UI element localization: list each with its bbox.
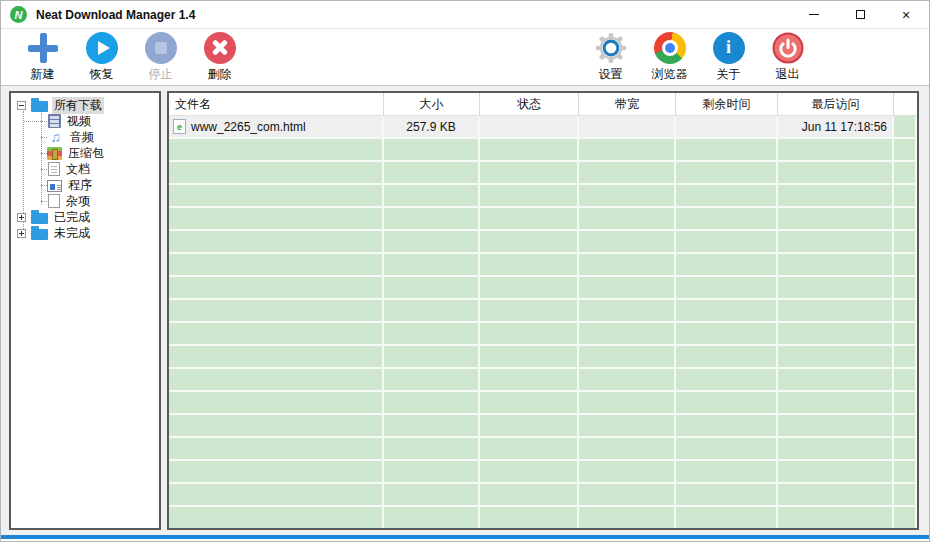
filename-text: www_2265_com.html — [191, 120, 306, 134]
delete-button[interactable]: 删除 — [190, 32, 249, 83]
sidebar-item-document[interactable]: 文档 — [11, 161, 159, 177]
empty-cell — [169, 323, 384, 346]
empty-cell — [894, 507, 917, 530]
empty-cell — [579, 415, 676, 438]
sidebar-item-incomplete[interactable]: 未完成 — [11, 225, 159, 241]
column-header-spacer — [894, 93, 917, 116]
empty-cell — [169, 254, 384, 277]
empty-cell — [384, 208, 480, 231]
html-file-icon: e — [173, 119, 186, 134]
column-header-time-left[interactable]: 剩余时间 — [676, 93, 778, 116]
empty-cell — [579, 392, 676, 415]
empty-cell — [169, 300, 384, 323]
tree-label: 杂项 — [64, 193, 92, 210]
minimize-button[interactable] — [791, 1, 837, 28]
size-cell: 257.9 KB — [384, 116, 480, 139]
table-row-empty — [169, 369, 917, 392]
empty-cell — [579, 185, 676, 208]
empty-cell — [169, 231, 384, 254]
last-access-cell: Jun 11 17:18:56 — [778, 116, 894, 139]
empty-cell — [480, 392, 579, 415]
empty-cell — [676, 392, 778, 415]
empty-cell — [676, 162, 778, 185]
empty-cell — [384, 254, 480, 277]
empty-cell — [778, 484, 894, 507]
empty-cell — [894, 323, 917, 346]
title-bar: N Neat Download Manager 1.4 × — [1, 1, 929, 29]
empty-cell — [480, 461, 579, 484]
table-row-empty — [169, 231, 917, 254]
browser-button[interactable]: 浏览器 — [640, 32, 699, 83]
maximize-button[interactable] — [837, 1, 883, 28]
table-row-selected[interactable]: e www_2265_com.html 257.9 KB Jun 11 17:1… — [169, 116, 917, 139]
column-header-status[interactable]: 状态 — [480, 93, 579, 116]
music-note-icon: ♫ — [47, 130, 64, 144]
sidebar-item-completed[interactable]: 已完成 — [11, 209, 159, 225]
empty-cell — [384, 392, 480, 415]
browser-label: 浏览器 — [652, 66, 688, 83]
empty-cell — [676, 185, 778, 208]
sidebar-item-program[interactable]: 程序 — [11, 177, 159, 193]
sidebar-item-video[interactable]: 视频 — [11, 113, 159, 129]
tree-label: 已完成 — [52, 209, 92, 226]
empty-cell — [778, 438, 894, 461]
empty-cell — [778, 162, 894, 185]
empty-cell — [384, 162, 480, 185]
folder-icon — [31, 101, 48, 112]
exit-button[interactable]: 退出 — [758, 32, 817, 83]
column-header-bandwidth[interactable]: 带宽 — [579, 93, 676, 116]
empty-cell — [384, 415, 480, 438]
new-download-label: 新建 — [31, 66, 55, 83]
close-button[interactable]: × — [883, 1, 929, 28]
empty-cell — [480, 507, 579, 530]
settings-button[interactable]: 设置 — [581, 32, 640, 83]
expand-icon[interactable] — [17, 229, 26, 238]
sidebar-item-archive[interactable]: 压缩包 — [11, 145, 159, 161]
empty-cell — [480, 323, 579, 346]
empty-cell — [778, 185, 894, 208]
empty-cell — [894, 139, 917, 162]
stop-button[interactable]: 停止 — [131, 32, 190, 83]
empty-cell — [169, 139, 384, 162]
empty-cell — [169, 438, 384, 461]
expand-icon[interactable] — [17, 213, 26, 222]
empty-cell — [778, 507, 894, 530]
empty-cell — [894, 208, 917, 231]
empty-cell — [676, 507, 778, 530]
new-download-button[interactable]: 新建 — [13, 32, 72, 83]
column-header-size[interactable]: 大小 — [384, 93, 480, 116]
empty-cell — [384, 461, 480, 484]
empty-cell — [169, 484, 384, 507]
empty-cell — [384, 277, 480, 300]
sidebar-item-all-downloads[interactable]: 所有下载 — [11, 97, 159, 113]
status-cell — [480, 116, 579, 139]
resume-button[interactable]: 恢复 — [72, 32, 131, 83]
empty-cell — [169, 208, 384, 231]
column-header-filename[interactable]: 文件名 — [169, 93, 384, 116]
empty-cell — [778, 277, 894, 300]
gear-icon — [595, 32, 627, 64]
empty-cell — [579, 438, 676, 461]
maximize-icon — [856, 10, 865, 19]
table-header: 文件名 大小 状态 带宽 剩余时间 最后访问 — [169, 93, 917, 116]
empty-cell — [894, 438, 917, 461]
table-row-empty — [169, 254, 917, 277]
video-icon — [48, 114, 61, 128]
empty-cell — [169, 507, 384, 530]
sidebar-item-misc[interactable]: 杂项 — [11, 193, 159, 209]
settings-label: 设置 — [599, 66, 623, 83]
empty-cell — [894, 185, 917, 208]
stop-label: 停止 — [149, 66, 173, 83]
empty-cell — [676, 484, 778, 507]
sidebar-item-audio[interactable]: ♫ 音频 — [11, 129, 159, 145]
delete-label: 删除 — [208, 66, 232, 83]
empty-cell — [894, 369, 917, 392]
collapse-icon[interactable] — [17, 101, 26, 110]
column-header-last-access[interactable]: 最后访问 — [778, 93, 894, 116]
about-button[interactable]: i 关于 — [699, 32, 758, 83]
empty-cell — [480, 185, 579, 208]
tree-label: 未完成 — [52, 225, 92, 242]
empty-cell — [778, 139, 894, 162]
empty-cell — [579, 231, 676, 254]
delete-x-icon — [204, 32, 236, 64]
